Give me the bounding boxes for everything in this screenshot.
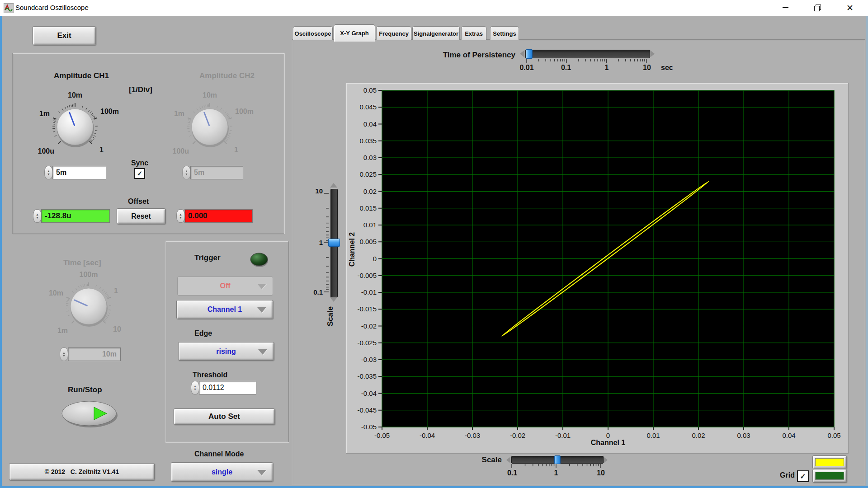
hscale-tick-marks bbox=[509, 464, 605, 469]
amplitude-ch1-spin-buttons[interactable]: ▲▼ bbox=[44, 166, 53, 179]
amplitude-ch2-knob-unit: 10m 1m 100m 100u 1 bbox=[166, 89, 261, 179]
amplitude-ch2-spin-buttons[interactable]: ▲▼ bbox=[182, 166, 191, 179]
svg-text:-0.02: -0.02 bbox=[361, 322, 377, 330]
chevron-down-icon bbox=[258, 349, 267, 355]
sync-label: Sync bbox=[130, 159, 150, 167]
channel-mode-label: Channel Mode bbox=[194, 450, 253, 458]
xy-plot: -0.05-0.04-0.03-0.02-0.0100.010.020.030.… bbox=[346, 83, 848, 453]
trigger-edge-dropdown[interactable]: rising bbox=[178, 342, 274, 361]
trigger-source-dropdown[interactable]: Channel 1 bbox=[176, 300, 273, 319]
offset-reset-button[interactable]: Reset bbox=[117, 208, 165, 224]
close-icon: ✕ bbox=[846, 3, 854, 13]
minimize-button[interactable] bbox=[775, 0, 795, 15]
svg-text:0.01: 0.01 bbox=[646, 432, 660, 439]
time-value-field[interactable]: 10m bbox=[68, 347, 121, 361]
hscale-decrement-arrow[interactable] bbox=[506, 457, 510, 463]
persistency-slider-track[interactable] bbox=[525, 50, 650, 58]
svg-text:-0.025: -0.025 bbox=[357, 339, 377, 347]
sync-checkbox[interactable]: ✓ bbox=[134, 168, 145, 179]
time-knob[interactable] bbox=[61, 279, 116, 333]
dial-label-1m: 1m bbox=[32, 110, 50, 118]
dial-label-1m: 1m bbox=[166, 110, 184, 118]
channel-mode-dropdown[interactable]: single bbox=[171, 462, 273, 482]
offset-ch1-field[interactable]: -128.8u bbox=[41, 209, 110, 223]
amplitude-ch2-knob[interactable] bbox=[183, 100, 237, 154]
run-stop-button[interactable] bbox=[61, 400, 118, 428]
svg-text:-0.05: -0.05 bbox=[374, 432, 390, 439]
hscale-label: Scale bbox=[470, 455, 502, 465]
tab-xy-graph[interactable]: X-Y Graph bbox=[334, 24, 375, 42]
offset-ch1-spin-buttons[interactable]: ▲▼ bbox=[33, 209, 42, 223]
amplitude-ch1-knob[interactable] bbox=[48, 100, 102, 154]
persistency-increment-arrow[interactable] bbox=[650, 50, 655, 57]
persistency-tick-marks bbox=[523, 58, 654, 64]
maximize-restore-button[interactable] bbox=[807, 0, 827, 15]
trigger-edge-value: rising bbox=[216, 347, 236, 356]
tab-extras[interactable]: Extras bbox=[461, 26, 486, 40]
svg-text:0.05: 0.05 bbox=[363, 86, 377, 94]
hscale-slider-handle[interactable] bbox=[554, 455, 561, 464]
threshold-field[interactable]: 0.0112 bbox=[199, 381, 256, 394]
svg-text:-0.01: -0.01 bbox=[361, 288, 377, 296]
svg-text:0: 0 bbox=[373, 255, 377, 263]
x-axis-title: Channel 1 bbox=[563, 439, 653, 447]
hscale-tick-10: 10 bbox=[594, 469, 608, 477]
dial-label-10m: 10m bbox=[52, 91, 98, 99]
vscale-tick-1: 1 bbox=[308, 239, 323, 246]
chevron-down-icon bbox=[257, 307, 266, 313]
dial-label-1m: 1m bbox=[45, 327, 68, 335]
offset-label: Offset bbox=[128, 197, 155, 206]
persistency-slider-handle[interactable] bbox=[526, 49, 533, 59]
trigger-mode-dropdown[interactable]: Off bbox=[177, 277, 273, 296]
time-spin-buttons[interactable]: ▲▼ bbox=[60, 347, 68, 361]
tab-oscilloscope[interactable]: Oscilloscope bbox=[293, 26, 333, 40]
persistency-decrement-arrow[interactable] bbox=[520, 50, 524, 57]
svg-text:0.01: 0.01 bbox=[363, 221, 377, 229]
trace-color-swatch[interactable] bbox=[815, 458, 844, 466]
tab-signalgenerator[interactable]: Signalgenerator bbox=[412, 26, 460, 40]
svg-text:-0.03: -0.03 bbox=[361, 356, 377, 363]
svg-text:0.02: 0.02 bbox=[363, 188, 377, 195]
dial-label-1: 1 bbox=[99, 146, 118, 154]
svg-text:0.015: 0.015 bbox=[359, 204, 377, 212]
vscale-decrement-arrow[interactable] bbox=[330, 297, 337, 302]
vscale-slider-handle[interactable] bbox=[328, 239, 340, 247]
vscale-increment-arrow[interactable] bbox=[330, 183, 337, 188]
svg-text:0.03: 0.03 bbox=[737, 432, 750, 439]
persistency-unit: sec bbox=[661, 64, 679, 72]
svg-text:0.04: 0.04 bbox=[782, 432, 795, 439]
offset-ch2-field[interactable]: 0.000 bbox=[184, 209, 253, 223]
window-border-left bbox=[0, 16, 2, 488]
exit-button[interactable]: Exit bbox=[33, 26, 96, 45]
tab-settings[interactable]: Settings bbox=[490, 26, 519, 40]
amplitude-ch1-value-field[interactable]: 5m bbox=[52, 166, 106, 179]
threshold-spin-buttons[interactable]: ▲▼ bbox=[191, 381, 199, 394]
autoset-button[interactable]: Auto Set bbox=[174, 408, 275, 425]
trigger-source-value: Channel 1 bbox=[208, 305, 242, 314]
persistency-tick-0.01: 0.01 bbox=[517, 64, 537, 72]
amplitude-ch2-value-field[interactable]: 5m bbox=[190, 166, 243, 179]
dial-label-100m: 100m bbox=[66, 271, 112, 279]
close-button[interactable]: ✕ bbox=[840, 0, 860, 15]
grid-label: Grid bbox=[771, 471, 795, 479]
hscale-tick-1: 1 bbox=[551, 469, 561, 477]
hscale-increment-arrow[interactable] bbox=[604, 457, 608, 463]
svg-text:-0.005: -0.005 bbox=[357, 272, 377, 279]
dial-label-100m: 100m bbox=[100, 108, 127, 116]
grid-color-swatch[interactable] bbox=[815, 472, 844, 480]
channel-mode-value: single bbox=[212, 468, 232, 476]
svg-text:0.045: 0.045 bbox=[359, 103, 377, 111]
amplitude-ch1-title: Amplitude CH1 bbox=[43, 71, 120, 80]
trigger-title: Trigger bbox=[194, 253, 231, 263]
threshold-label: Threshold bbox=[193, 371, 238, 379]
svg-text:0.005: 0.005 bbox=[359, 238, 377, 245]
dial-label-10: 10 bbox=[113, 325, 131, 333]
tab-frequency[interactable]: Frequency bbox=[376, 26, 411, 40]
restore-icon bbox=[814, 5, 821, 11]
dial-label-100u: 100u bbox=[166, 147, 189, 155]
offset-ch2-spin-buttons[interactable]: ▲▼ bbox=[176, 209, 185, 223]
svg-text:-0.01: -0.01 bbox=[555, 432, 571, 439]
dial-label-10m: 10m bbox=[187, 91, 233, 99]
svg-text:-0.035: -0.035 bbox=[357, 372, 377, 380]
grid-checkbox[interactable]: ✓ bbox=[797, 470, 809, 482]
